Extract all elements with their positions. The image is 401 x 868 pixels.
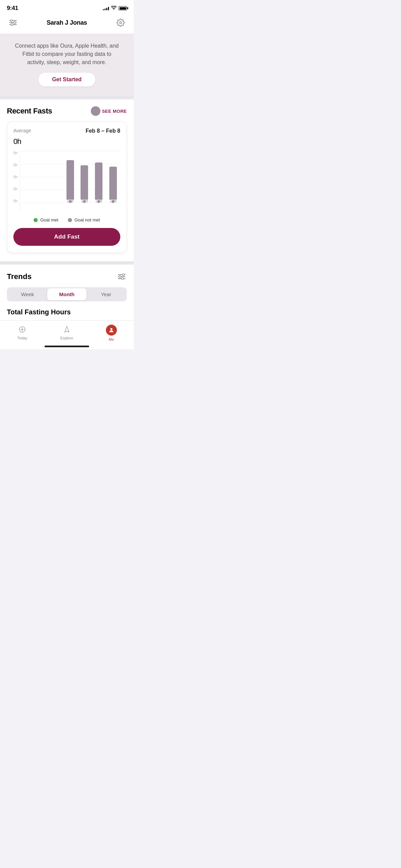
status-time: 9:41	[7, 5, 18, 12]
home-indicator	[0, 343, 134, 349]
bar-col: 2/08	[92, 151, 106, 203]
bar-col	[49, 151, 63, 203]
goal-not-met-dot	[68, 218, 72, 222]
home-bar	[45, 346, 89, 347]
trends-section: Trends Week Month Year Total Fasting Hou…	[0, 265, 134, 320]
bar-col	[20, 151, 34, 203]
bar-chart: 0h 0h 0h 0h 0h	[13, 151, 120, 213]
svg-point-19	[110, 328, 112, 330]
bar-col: 2/08	[63, 151, 77, 203]
bars-area: 2/08 2/08 2/08 2/08	[20, 151, 120, 213]
section-divider-2	[0, 261, 134, 265]
svg-point-10	[119, 276, 121, 278]
total-fasting-label: Total Fasting Hours	[7, 308, 127, 320]
recent-fasts-section: Recent Fasts SEE MORE Average 0h Feb 8 –…	[0, 99, 134, 261]
signal-icon	[103, 6, 109, 10]
goal-not-met-legend: Goal not met	[68, 217, 100, 222]
date-range: Feb 8 – Feb 8	[86, 128, 120, 134]
svg-point-3	[10, 20, 12, 22]
recent-fasts-header: Recent Fasts SEE MORE	[7, 106, 127, 116]
avatar	[91, 106, 100, 116]
me-icon	[106, 325, 117, 336]
see-more-button[interactable]: SEE MORE	[91, 106, 127, 116]
tab-year[interactable]: Year	[86, 288, 126, 300]
nav-me-label: Me	[109, 337, 114, 341]
add-fast-button[interactable]: Add Fast	[13, 228, 120, 246]
chart-legend: Goal met Goal not met	[13, 217, 120, 222]
status-bar: 9:41	[0, 0, 134, 14]
section-divider-1	[0, 96, 134, 99]
nav-explore-label: Explore	[60, 336, 73, 340]
goal-met-dot	[34, 218, 38, 222]
trends-filter-button[interactable]	[117, 272, 127, 282]
chart-meta: Average 0h Feb 8 – Feb 8	[13, 128, 120, 147]
fasting-chart-card: Average 0h Feb 8 – Feb 8 0h 0h 0h 0h 0h	[7, 121, 127, 253]
bottom-navigation: Today Explore Me	[0, 320, 134, 343]
svg-point-13	[21, 328, 23, 330]
today-icon	[17, 325, 27, 334]
page-title: Sarah J Jonas	[47, 19, 87, 26]
get-started-button[interactable]: Get Started	[38, 73, 95, 86]
svg-point-4	[14, 22, 16, 24]
nav-explore[interactable]: Explore	[55, 325, 79, 340]
explore-icon	[62, 325, 72, 334]
trends-header: Trends	[7, 272, 127, 282]
status-icons	[103, 6, 127, 11]
battery-icon	[119, 6, 127, 10]
y-axis: 0h 0h 0h 0h 0h	[13, 151, 20, 213]
bar-col: 2/08	[106, 151, 120, 203]
svg-point-5	[11, 24, 13, 26]
nav-today-label: Today	[17, 336, 27, 340]
settings-button[interactable]	[114, 16, 127, 29]
tab-week[interactable]: Week	[8, 288, 47, 300]
trends-title: Trends	[7, 272, 32, 281]
period-tab-switcher: Week Month Year	[7, 287, 127, 301]
average-label: Average	[13, 128, 31, 133]
tab-month[interactable]: Month	[47, 288, 87, 300]
recent-fasts-title: Recent Fasts	[7, 107, 52, 116]
goal-met-legend: Goal met	[34, 217, 58, 222]
app-header: Sarah J Jonas	[0, 14, 134, 34]
wifi-icon	[111, 6, 117, 11]
nav-me[interactable]: Me	[99, 325, 123, 341]
svg-point-9	[122, 274, 124, 276]
svg-point-11	[122, 278, 124, 280]
bar-col	[34, 151, 49, 203]
connect-banner: Connect apps like Oura, Apple Health, an…	[0, 34, 134, 96]
average-value: 0h	[13, 134, 31, 147]
filter-button[interactable]	[7, 16, 19, 29]
connect-description: Connect apps like Oura, Apple Health, an…	[14, 42, 120, 67]
svg-marker-18	[65, 326, 69, 332]
nav-today[interactable]: Today	[10, 325, 34, 340]
bar-col: 2/08	[77, 151, 92, 203]
